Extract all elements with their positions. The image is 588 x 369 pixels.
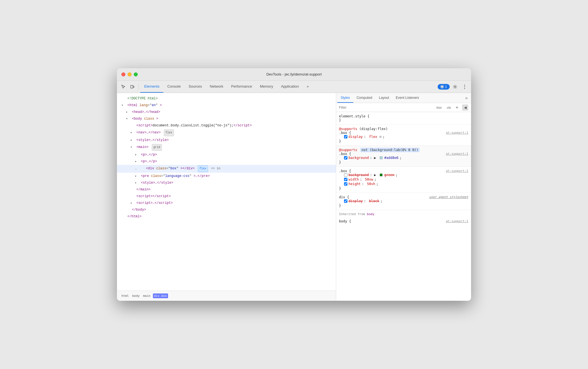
rule-selector-line: .box { at-support:1 [339,131,468,135]
issues-badge-button[interactable]: 💬 1 [438,84,450,90]
style2-triangle[interactable] [135,180,139,186]
minimize-button[interactable] [128,72,132,76]
svg-rect-1 [133,86,134,88]
window-title: DevTools - jec.fyi/demo/at-support [266,72,322,76]
dom-script2[interactable]: <script></script> [117,193,336,200]
dom-main-close[interactable]: </main> [117,186,336,193]
tab-application[interactable]: Application [277,81,303,93]
nav-flex-badge[interactable]: flex [164,129,174,136]
toggle-panel-button[interactable]: ◀ [462,104,468,111]
main-grid-badge[interactable]: grid [152,144,162,151]
main-triangle[interactable] [130,144,134,150]
tab-console[interactable]: Console [163,81,185,93]
prop-checkbox[interactable] [344,199,347,203]
tab-network[interactable]: Network [206,81,227,93]
dom-nav[interactable]: <nav>…</nav> flex [117,129,336,137]
tab-more[interactable]: » [303,81,313,93]
rule-source[interactable]: at-support:1 [446,152,468,156]
cls-button[interactable]: .cls [445,105,452,110]
rule-prop-background-add8e6: background : ▶ #add8e6 ; [339,156,468,160]
color-swatch-add8e6[interactable] [380,156,383,159]
rule-source-ua[interactable]: user agent stylesheet [429,195,468,199]
p2-triangle[interactable] [135,159,139,164]
at-rule-line: @supports not (background:lab(0% 0 0)) [339,148,468,152]
prop-checkbox[interactable] [344,156,347,160]
filter-input[interactable] [339,106,433,110]
dom-div-box[interactable]: … <div class="box" ></div> flex == $0 [117,165,336,173]
style1-triangle[interactable] [130,137,134,143]
rule-div-user-agent: div { user agent stylesheet display : bl… [336,193,471,210]
rule-close: } [339,160,468,164]
dom-html-close[interactable]: </html> [117,213,336,220]
dom-body-close[interactable]: </body> [117,206,336,213]
breadcrumb-html[interactable]: html [120,293,130,298]
dom-tree[interactable]: <!DOCTYPE html> <html lang="en" > <head>… [117,93,336,291]
rule-at-supports-flex: @supports (display:flex) .box { at-suppo… [336,125,471,146]
dom-html[interactable]: <html lang="en" > [117,102,336,109]
traffic-lights [121,72,138,76]
rule-selector: element.style { [339,114,468,118]
tab-memory[interactable]: Memory [256,81,277,93]
css-rules[interactable]: element.style { } @supports (display:fle… [336,112,471,301]
pre-triangle[interactable] [135,173,139,179]
svg-point-6 [464,86,465,87]
dom-style1[interactable]: <style>…</style> [117,137,336,144]
styles-tab-layout[interactable]: Layout [376,93,392,103]
styles-tab-styles[interactable]: Styles [337,93,353,103]
prop-checkbox[interactable] [344,178,347,181]
breadcrumb-body[interactable]: body [131,293,141,298]
dom-script3[interactable]: <script>…</script> [117,200,336,206]
more-options-button[interactable] [460,83,469,91]
dom-p1[interactable]: <p>…</p> [117,151,336,158]
dollar-zero: $0 [217,167,220,170]
nav-triangle[interactable] [130,130,134,135]
styles-tab-event-listeners[interactable]: Event Listeners [392,93,422,103]
toolbar-right: 💬 1 [438,83,469,91]
styles-tab-computed[interactable]: Computed [353,93,376,103]
dom-p2[interactable]: <p>…</p> [117,158,336,165]
rule-prop-background-green: background : ▶ green ; [339,173,468,177]
head-triangle[interactable] [126,109,130,115]
inspect-element-button[interactable] [119,83,128,91]
dom-head[interactable]: <head>…</head> [117,109,336,115]
breadcrumb: html body main div.box [117,291,336,301]
breadcrumb-main[interactable]: main [142,293,152,298]
dom-script1[interactable]: <script>document.body.classList.toggle("… [117,122,336,129]
tab-performance[interactable]: Performance [227,81,256,93]
body-triangle[interactable] [126,116,130,122]
prop-checkbox[interactable] [344,135,347,138]
styles-tab-more[interactable]: » [463,95,470,101]
dom-doctype[interactable]: <!DOCTYPE html> [117,95,336,102]
color-swatch-green[interactable] [380,174,383,176]
hov-button[interactable]: :hov [435,105,443,110]
dom-overflow-dots[interactable]: … [135,167,137,170]
rule-prop-display-block: display : block ; [339,199,468,204]
device-toolbar-button[interactable] [128,83,137,91]
dom-main[interactable]: <main> grid [117,144,336,151]
html-triangle[interactable] [121,102,125,108]
rule-prop-display-flex: display : flex ⊞ ; [339,135,468,139]
settings-button[interactable] [451,83,459,91]
inherited-tag[interactable]: body [367,212,374,216]
script3-triangle[interactable] [130,200,134,206]
breadcrumb-divbox[interactable]: div.box [153,293,168,298]
rule-close: } [339,204,468,208]
maximize-button[interactable] [134,72,138,76]
svg-point-7 [464,88,465,89]
rule-source[interactable]: at-support:1 [446,219,468,223]
close-button[interactable] [121,72,125,76]
add-rule-button[interactable]: + [454,105,460,110]
prop-checkbox[interactable] [344,182,347,186]
p1-triangle[interactable] [135,152,139,158]
dom-pre[interactable]: <pre class="language-css" >…</pre> [117,173,336,179]
prop-checkbox[interactable] [344,173,347,177]
rule-source[interactable]: at-support:1 [446,169,468,173]
tab-sources[interactable]: Sources [185,81,206,93]
tab-elements[interactable]: Elements [140,81,163,93]
dom-style2[interactable]: <style>…</style> [117,179,336,186]
rule-source[interactable]: at-support:1 [446,131,468,135]
dom-body[interactable]: <body class > [117,115,336,122]
styles-panel: Styles Computed Layout Event Listeners » [336,93,471,301]
div-flex-badge[interactable]: flex [198,165,208,172]
svg-point-5 [464,85,465,85]
